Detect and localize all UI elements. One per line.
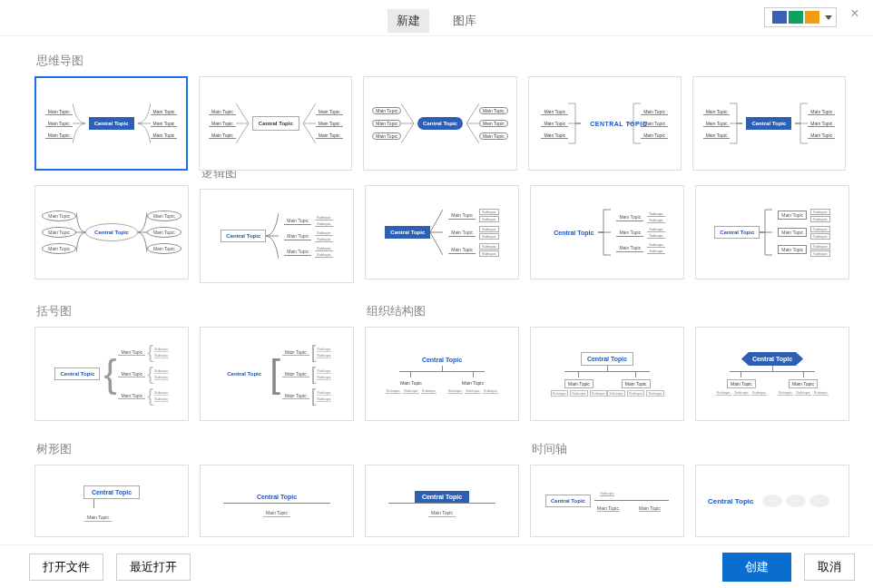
swatch-blue [772,11,787,24]
chevron-down-icon [825,15,832,20]
header-tabs: 新建 图库 [387,9,486,33]
template-mindmap-1[interactable]: Main TopicMain TopicMain Topic Central T… [34,76,188,171]
template-mindmap-2[interactable]: Main TopicMain TopicMain Topic Central T… [199,76,352,171]
recent-open-button[interactable]: 最近打开 [116,554,191,581]
template-logic-2[interactable]: Central Topic Main TopicSubtopicSubtopic… [365,185,519,279]
template-gallery: 思维导图 Main TopicMain TopicMain Topic Cent… [0,36,873,544]
template-org-3[interactable]: Central Topic Main TopicSubtopicSubtopic… [695,327,849,421]
template-bracket-1[interactable]: Central Topic { Main Topic{SubtopicSubto… [34,327,189,421]
template-mindmap-5[interactable]: Main TopicMain TopicMain Topic Central T… [692,76,846,171]
theme-color-picker[interactable] [764,7,837,27]
tab-new[interactable]: 新建 [387,9,429,33]
template-logic-1[interactable]: Central Topic Main TopicSubtopicSubtopic… [200,189,354,283]
template-mindmap-4[interactable]: Main TopicMain TopicMain Topic CENTRAL T… [528,76,682,171]
template-tree-3[interactable]: Central Topic Main Topic [365,465,519,537]
tab-library[interactable]: 图库 [444,9,486,33]
template-tree-2[interactable]: Central Topic Main Topic [200,465,354,537]
footer-bar: 打开文件 最近打开 创建 取消 [0,544,873,588]
color-swatches [772,11,819,24]
template-org-1[interactable]: Central Topic Main TopicSubtopicSubtopic… [365,327,519,421]
section-title-tree: 树形图 [36,441,519,457]
template-bracket-2[interactable]: Central Topic [ Main Topic[SubtopicSubto… [200,327,354,421]
template-timeline-2[interactable]: Central Topic [695,465,849,537]
header-bar: 新建 图库 × [0,0,873,36]
section-title-timeline: 时间轴 [532,441,849,457]
swatch-green [789,11,803,24]
template-mindmap-3[interactable]: Main TopicMain TopicMain Topic Central T… [363,76,516,171]
section-title-mindmap: 思维导图 [36,53,846,69]
cancel-button[interactable]: 取消 [804,554,855,581]
template-org-2[interactable]: Central Topic Main TopicSubtopicSubtopic… [530,327,684,421]
template-timeline-1[interactable]: Subtopic Central Topic Main Topic Main T… [530,465,684,537]
template-logic-3[interactable]: Central Topic Main TopicSubtopicSubtopic… [530,185,684,279]
create-button[interactable]: 创建 [722,553,791,582]
close-icon[interactable]: × [846,5,864,22]
template-logic-4[interactable]: Central Topic Main TopicSubtopicSubtopic… [695,185,849,279]
swatch-orange [805,11,819,24]
section-title-org: 组织结构图 [367,303,849,319]
open-file-button[interactable]: 打开文件 [29,554,103,581]
template-logic-0[interactable]: Main Topic Main Topic Main Topic Central… [34,185,189,279]
template-tree-1[interactable]: Central Topic Main Topic [34,465,189,537]
section-title-bracket: 括号图 [36,303,354,319]
